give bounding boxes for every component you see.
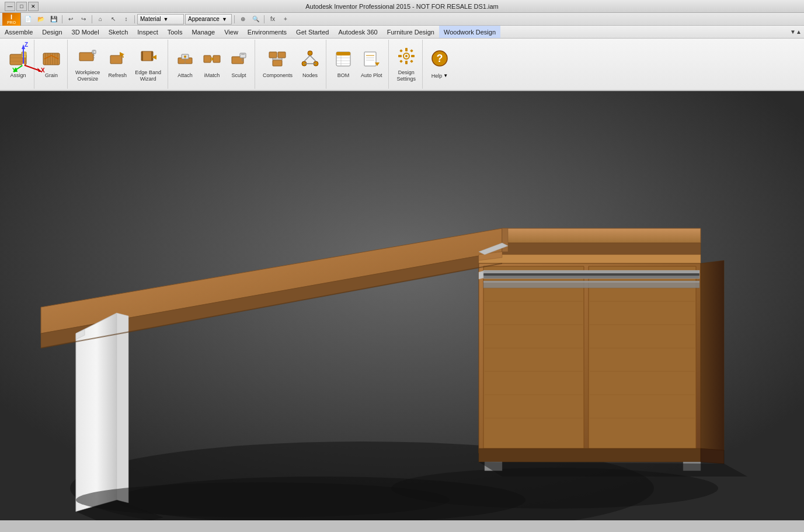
workpiece-label: WorkpieceOversize <box>75 69 100 82</box>
zoom-fit-button[interactable]: ⊕ <box>237 14 249 25</box>
menu-design[interactable]: Design <box>37 26 67 38</box>
menu-assemble[interactable]: Assemble <box>0 26 37 38</box>
qa-separator-2 <box>92 15 92 23</box>
menu-bar: Assemble Design 3D Model Sketch Inspect … <box>0 26 804 39</box>
ribbon-group-workpiece: ↕ WorkpieceOversize Refresh <box>69 40 168 89</box>
design-group-buttons: DesignSettings <box>394 41 419 88</box>
maximize-button[interactable]: □ <box>16 2 27 11</box>
imatch-button[interactable]: iMatch <box>200 44 224 85</box>
menu-tools[interactable]: Tools <box>163 26 187 38</box>
plus-button[interactable]: + <box>280 14 291 25</box>
ribbon-group-attach: Attach iMatch <box>169 40 255 89</box>
nodes-icon-svg <box>301 50 319 68</box>
svg-marker-80 <box>483 266 584 448</box>
components-icon <box>268 50 287 71</box>
menu-view[interactable]: View <box>220 26 243 38</box>
appearance-dropdown[interactable]: Appearance ▼ <box>185 14 232 25</box>
svg-rect-58 <box>399 49 403 53</box>
menu-getstarted[interactable]: Get Started <box>291 26 333 38</box>
ribbon-panel: Assign Grain <box>0 39 804 91</box>
menu-sketch[interactable]: Sketch <box>104 26 133 38</box>
desk-scene-svg <box>0 91 804 520</box>
menu-woodwork[interactable]: Woodwork Design <box>439 26 500 38</box>
material-label: Material <box>140 16 161 22</box>
svg-rect-56 <box>398 55 402 57</box>
save-button[interactable]: 💾 <box>48 14 60 25</box>
help-expand-button[interactable]: ▼▲ <box>790 27 802 37</box>
material-dropdown[interactable]: Material ▼ <box>137 14 184 25</box>
menu-autodesk360[interactable]: Autodesk 360 <box>333 26 382 38</box>
ribbon-group-bom: BOM Auto Plot <box>328 40 389 89</box>
svg-rect-17 <box>110 55 122 64</box>
close-button[interactable]: ✕ <box>28 2 39 11</box>
svg-rect-19 <box>141 51 143 61</box>
appearance-arrow: ▼ <box>222 16 227 22</box>
qa-separator-3 <box>134 15 135 23</box>
imatch-icon <box>203 50 221 71</box>
svg-text:?: ? <box>437 53 443 64</box>
title-bar: — □ ✕ Autodesk Inventor Professional 201… <box>0 0 804 13</box>
help-button[interactable]: ? Help ▼ <box>427 44 452 85</box>
appearance-label: Appearance <box>188 16 220 22</box>
ribbon-group-help: ? Help ▼ <box>424 40 455 89</box>
edgeband-icon-svg <box>139 47 158 65</box>
svg-rect-98 <box>483 270 699 273</box>
svg-rect-25 <box>204 55 211 62</box>
svg-marker-71 <box>502 243 701 255</box>
window-title: Autodesk Inventor Professional 2015 - NO… <box>51 3 753 10</box>
attach-icon <box>176 50 194 71</box>
bom-icon <box>334 50 353 71</box>
zoom-in-button[interactable]: 🔍 <box>250 14 262 25</box>
menu-3dmodel[interactable]: 3D Model <box>67 26 104 38</box>
menu-environments[interactable]: Environments <box>243 26 291 38</box>
menu-manage[interactable]: Manage <box>187 26 220 38</box>
edgeband-button[interactable]: Edge BandWizard <box>132 44 164 85</box>
home-button[interactable]: ⌂ <box>95 14 106 25</box>
refresh-label: Refresh <box>109 72 127 79</box>
svg-text:Z: Z <box>25 41 28 48</box>
select-button[interactable]: ↖ <box>107 14 119 25</box>
menu-inspect[interactable]: Inspect <box>133 26 162 38</box>
autoplot-button[interactable]: Auto Plot <box>358 44 385 85</box>
bom-button[interactable]: BOM <box>331 44 356 85</box>
ribbon-group-components: Components Nodes <box>256 40 326 89</box>
svg-rect-60 <box>399 60 403 63</box>
nodes-button[interactable]: Nodes <box>298 44 322 85</box>
workpiece-icon: ↕ <box>78 47 97 68</box>
qa-separator-1 <box>62 15 62 23</box>
components-icon-svg <box>268 50 287 68</box>
fx-button[interactable]: fx <box>267 14 279 25</box>
svg-rect-57 <box>411 55 415 57</box>
help-icon: ? <box>430 49 449 71</box>
cursor-button[interactable]: ↕ <box>120 14 132 25</box>
svg-marker-70 <box>502 228 701 243</box>
svg-rect-61 <box>410 60 413 63</box>
inventor-logo: I PRO <box>2 13 21 26</box>
design-settings-button[interactable]: DesignSettings <box>394 44 419 85</box>
svg-marker-74 <box>117 313 128 503</box>
open-button[interactable]: 📂 <box>35 14 47 25</box>
bom-label: BOM <box>337 72 350 79</box>
sculpt-icon-svg <box>229 50 248 68</box>
refresh-button[interactable]: Refresh <box>105 44 130 85</box>
workpiece-button[interactable]: ↕ WorkpieceOversize <box>72 44 103 85</box>
redo-button[interactable]: ↪ <box>78 14 89 25</box>
undo-button[interactable]: ↩ <box>65 14 76 25</box>
attach-icon-svg <box>176 50 194 68</box>
imatch-icon-svg <box>203 50 221 68</box>
nodes-icon <box>301 50 319 71</box>
svg-marker-78 <box>701 260 724 453</box>
help-icon-svg: ? <box>430 49 449 68</box>
attach-button[interactable]: Attach <box>173 44 197 85</box>
menu-furniture[interactable]: Furniture Design <box>382 26 439 38</box>
sculpt-button[interactable]: Sculpt <box>227 44 251 85</box>
svg-rect-99 <box>483 273 699 276</box>
design-settings-icon <box>397 47 416 68</box>
components-button[interactable]: Components <box>260 44 295 85</box>
minimize-button[interactable]: — <box>5 2 15 11</box>
new-button[interactable]: 📄 <box>22 14 34 25</box>
svg-rect-54 <box>405 48 408 51</box>
svg-rect-59 <box>410 49 413 53</box>
edgeband-icon <box>139 47 158 68</box>
svg-rect-31 <box>278 52 286 58</box>
